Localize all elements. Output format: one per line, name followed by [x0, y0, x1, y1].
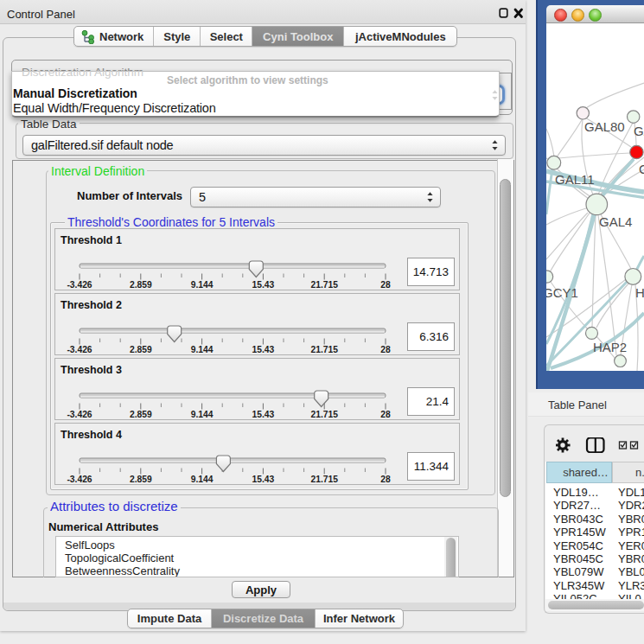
svg-text:GAL80: GAL80 — [584, 119, 625, 134]
svg-text:9.144: 9.144 — [191, 280, 214, 290]
svg-text:-3.426: -3.426 — [67, 280, 92, 290]
svg-text:15.43: 15.43 — [252, 345, 275, 354]
svg-text:2.859: 2.859 — [130, 410, 152, 419]
svg-text:2.859: 2.859 — [130, 475, 152, 484]
svg-text:21.715: 21.715 — [310, 410, 338, 419]
svg-text:21.715: 21.715 — [310, 280, 338, 290]
svg-text:HIS: HIS — [635, 285, 644, 300]
svg-text:9.144: 9.144 — [191, 345, 214, 354]
svg-text:28: 28 — [380, 475, 391, 484]
svg-text:9.144: 9.144 — [191, 410, 214, 419]
svg-text:2.859: 2.859 — [130, 280, 152, 290]
svg-text:28: 28 — [380, 410, 391, 419]
svg-text:GAL4: GAL4 — [599, 214, 632, 229]
svg-text:28: 28 — [380, 280, 391, 290]
svg-text:15.43: 15.43 — [252, 410, 275, 419]
svg-text:15.43: 15.43 — [252, 475, 275, 484]
svg-text:HAP2: HAP2 — [593, 340, 627, 354]
svg-text:GCY1: GCY1 — [546, 285, 578, 300]
svg-text:-3.426: -3.426 — [67, 475, 92, 484]
svg-text:21.715: 21.715 — [310, 345, 338, 354]
svg-text:28: 28 — [380, 345, 391, 354]
svg-text:15.43: 15.43 — [252, 280, 275, 290]
svg-text:21.715: 21.715 — [310, 475, 338, 484]
svg-text:-3.426: -3.426 — [67, 410, 92, 419]
svg-text:C: C — [639, 162, 644, 176]
svg-text:9.144: 9.144 — [191, 475, 214, 484]
svg-text:2.859: 2.859 — [130, 345, 152, 354]
svg-text:-3.426: -3.426 — [67, 345, 92, 354]
svg-text:GAL11: GAL11 — [555, 172, 595, 187]
svg-text:GAL1: GAL1 — [634, 124, 644, 138]
